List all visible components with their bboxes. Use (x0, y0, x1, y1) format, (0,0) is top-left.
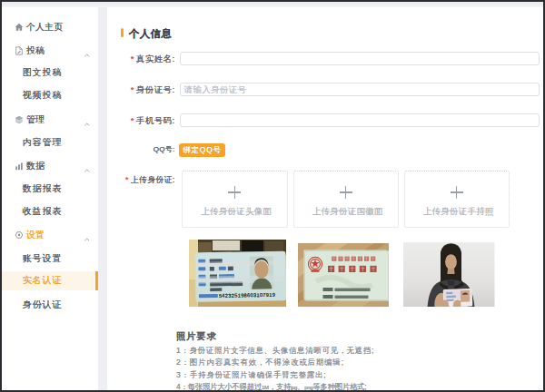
svg-text:542325198603107919: 542325198603107919 (219, 292, 275, 299)
